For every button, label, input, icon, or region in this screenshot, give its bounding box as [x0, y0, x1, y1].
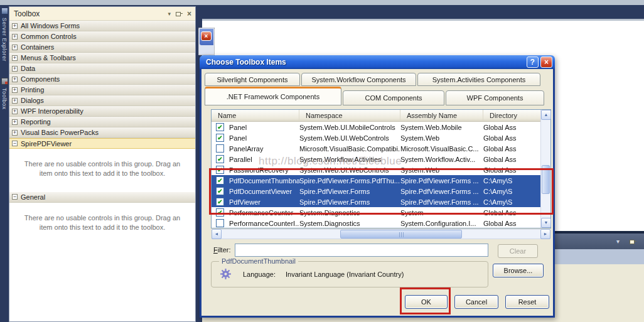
toolbox-group-menus-toolbars[interactable]: +Menus & Toolbars	[9, 53, 195, 63]
cell-namespace: System.Diagnostics	[299, 209, 400, 217]
toolbox-group-printing[interactable]: +Printing	[9, 85, 195, 95]
sidebar-tab-toolbox[interactable]: Toolbox	[1, 78, 8, 110]
expand-icon[interactable]: +	[12, 119, 18, 125]
close-icon[interactable]: ×	[540, 56, 552, 68]
table-row[interactable]: ✔PdfDocumentViewerSpire.PdfViewer.FormsS…	[212, 186, 540, 196]
table-row[interactable]: ✔PerformanceCounterSystem.DiagnosticsSys…	[212, 207, 540, 218]
cell-name: PerformanceCounter	[229, 209, 299, 217]
expand-icon[interactable]: +	[12, 98, 18, 104]
toolbox-empty-message: There are no usable controls in this gro…	[9, 203, 195, 246]
toolbox-group-spirepdfviewer[interactable]: −SpirePDFViewer	[9, 138, 195, 149]
expand-icon[interactable]: +	[12, 77, 18, 82]
table-row[interactable]: ✔PanelSystem.Web.UI.WebControlsSystem.We…	[212, 132, 540, 143]
expand-icon[interactable]: +	[12, 45, 18, 50]
table-row[interactable]: ✔ParallelSystem.Workflow.ActivitiesSyste…	[212, 154, 540, 164]
clear-button[interactable]: Clear	[498, 244, 538, 258]
browse-button[interactable]: Browse...	[493, 264, 544, 277]
tab-row-back: Silverlight ComponentsSystem.Workflow Co…	[205, 73, 540, 86]
table-row[interactable]: PanelArrayMicrosoft.VisualBasic.Compatib…	[212, 143, 540, 154]
scroll-down-icon[interactable]: ▼	[541, 218, 551, 228]
table-row[interactable]: ✔PdfViewerSpire.PdfViewer.FormsSpire.Pdf…	[212, 196, 540, 207]
toolbox-group-general[interactable]: −General	[9, 192, 195, 203]
cell-namespace: System.Workflow.Activities	[299, 156, 400, 163]
cell-assembly: Microsoft.VisualBasic.C...	[400, 145, 483, 153]
ok-button[interactable]: OK	[405, 295, 448, 309]
checkbox-icon[interactable]: ✔	[216, 123, 224, 131]
toolbox-group-data[interactable]: +Data	[9, 63, 195, 74]
tab-silverlight-components[interactable]: Silverlight Components	[205, 73, 300, 86]
cell-directory: C:\Amy\S	[483, 188, 540, 195]
cell-name: PdfDocumentViewer	[229, 188, 299, 195]
toolbox-group-components[interactable]: +Components	[9, 74, 195, 85]
sidebar-tab-server-explorer[interactable]: Server Explorer	[1, 8, 8, 62]
toolbox-group-visual-basic-powerpacks[interactable]: +Visual Basic PowerPacks	[9, 127, 195, 138]
toolbox-group-dialogs[interactable]: +Dialogs	[9, 95, 195, 106]
collapse-icon[interactable]: −	[12, 141, 18, 146]
cancel-button[interactable]: Cancel	[454, 295, 498, 309]
column-header-name[interactable]: Name	[212, 110, 299, 121]
cell-directory: Global Ass	[483, 145, 540, 153]
checkbox-icon[interactable]: ✔	[216, 155, 224, 163]
filter-input[interactable]	[235, 244, 488, 257]
horizontal-scrollbar[interactable]: ◄ ►	[212, 229, 550, 239]
help-icon[interactable]: ?	[527, 56, 539, 68]
chevron-down-icon[interactable]: ▾	[616, 238, 620, 245]
tab-com-components[interactable]: COM Components	[343, 90, 444, 105]
tab-net-framework-components[interactable]: .NET Framework Components	[205, 87, 341, 105]
close-icon[interactable]: ×	[187, 9, 191, 18]
checkbox-icon[interactable]: ✔	[216, 208, 224, 217]
scroll-left-icon[interactable]: ◄	[212, 229, 222, 239]
cell-assembly: Spire.PdfViewer.Forms ...	[400, 188, 483, 195]
expand-icon[interactable]: +	[12, 109, 18, 114]
checkbox-icon[interactable]: ✔	[216, 166, 224, 174]
cell-name: PanelArray	[229, 145, 299, 153]
pin-icon[interactable]	[175, 11, 183, 17]
chevron-down-icon[interactable]: ▾	[168, 11, 171, 17]
checkbox-icon[interactable]	[216, 219, 224, 227]
cell-assembly: System.Configuration.I...	[400, 220, 483, 227]
expand-icon[interactable]: +	[12, 34, 18, 40]
scroll-up-icon[interactable]: ▲	[541, 110, 551, 120]
toolbox-group-all-windows-forms[interactable]: +All Windows Forms	[9, 21, 195, 31]
checkbox-icon[interactable]: ✔	[216, 134, 224, 142]
cell-directory: Global Ass	[483, 134, 540, 142]
expand-icon[interactable]: +	[12, 55, 18, 61]
checkbox-icon[interactable]: ✔	[216, 176, 224, 185]
column-header-assembly-name[interactable]: Assembly Name	[400, 110, 483, 121]
form-designer-fragment: ×	[198, 28, 215, 55]
cell-assembly: Spire.PdfViewer.Forms ...	[400, 198, 483, 206]
tab-system-activities-components[interactable]: System.Activities Components	[417, 73, 540, 86]
table-row[interactable]: ✔PanelSystem.Web.UI.MobileControlsSystem…	[212, 122, 540, 132]
table-row[interactable]: ✔PasswordRecoverySystem.Web.UI.WebContro…	[212, 164, 540, 175]
expand-icon[interactable]: +	[12, 66, 18, 72]
checkbox-icon[interactable]: ✔	[216, 187, 224, 195]
expand-icon[interactable]: +	[12, 87, 18, 93]
scrollbar-thumb[interactable]	[542, 165, 550, 194]
toolbox-group-containers[interactable]: +Containers	[9, 42, 195, 53]
pin-icon[interactable]	[629, 239, 636, 245]
toolbox-group-wpf-interoperability[interactable]: +WPF Interoperability	[9, 106, 195, 117]
vertical-scrollbar[interactable]: ▲ ▼	[540, 110, 550, 228]
collapse-icon[interactable]: −	[12, 194, 18, 200]
tab-wpf-components[interactable]: WPF Components	[446, 90, 544, 105]
scroll-right-icon[interactable]: ►	[540, 229, 550, 239]
scrollbar-thumb[interactable]	[340, 230, 462, 239]
table-row[interactable]: ✔PdfDocumentThumbnailSpire.PdfViewer.For…	[212, 175, 540, 186]
dialog-titlebar[interactable]: Choose Toolbox Items ? ×	[200, 55, 555, 69]
column-header-namespace[interactable]: Namespace	[299, 110, 400, 121]
checkbox-icon[interactable]	[216, 144, 224, 153]
toolbox-group-label: Reporting	[21, 118, 51, 126]
cell-name: PerformanceCounterI...	[229, 220, 299, 227]
toolbox-group-label: Data	[21, 65, 35, 72]
expand-icon[interactable]: +	[12, 130, 18, 136]
window-top-strip	[0, 0, 644, 5]
column-header-directory[interactable]: Directory	[483, 110, 540, 121]
reset-button[interactable]: Reset	[505, 295, 549, 309]
table-row[interactable]: PerformanceCounterI...System.Diagnostics…	[212, 218, 540, 228]
toolbox-group-list: +All Windows Forms+Common Controls+Conta…	[9, 21, 195, 321]
checkbox-icon[interactable]: ✔	[216, 198, 224, 206]
expand-icon[interactable]: +	[12, 23, 18, 29]
toolbox-group-common-controls[interactable]: +Common Controls	[9, 31, 195, 42]
tab-system-workflow-components[interactable]: System.Workflow Components	[301, 73, 416, 86]
toolbox-group-reporting[interactable]: +Reporting	[9, 117, 195, 127]
